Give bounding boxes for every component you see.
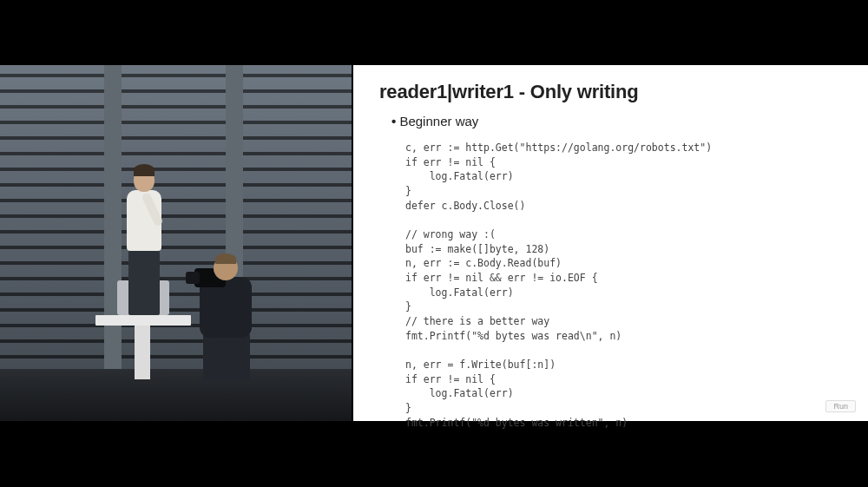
- slide: reader1|writer1 - Only writing Beginner …: [353, 65, 868, 421]
- code-block: c, err := http.Get("https://golang.org/r…: [405, 141, 842, 430]
- office-windows: [0, 65, 352, 421]
- podium-leg: [135, 323, 150, 379]
- presenter-scene: [0, 65, 352, 421]
- video-frame: reader1|writer1 - Only writing Beginner …: [0, 65, 868, 421]
- photographer: [191, 251, 269, 381]
- floor: [0, 369, 352, 421]
- podium: [95, 315, 191, 326]
- window-pillar: [104, 65, 122, 421]
- presenter: [122, 168, 165, 315]
- slide-title: reader1|writer1 - Only writing: [379, 81, 842, 103]
- slide-bullet: Beginner way: [391, 114, 842, 128]
- run-button[interactable]: Run: [825, 400, 856, 412]
